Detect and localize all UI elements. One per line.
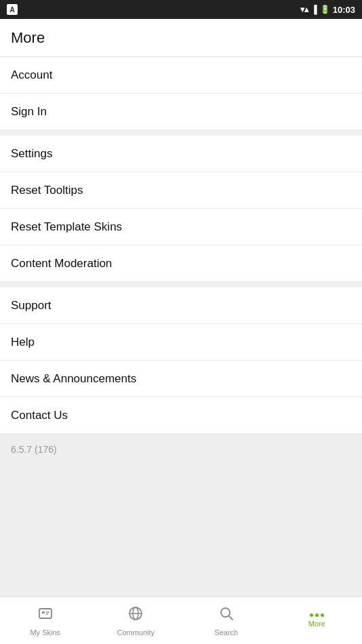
menu-item-settings[interactable]: Settings [0, 136, 362, 172]
menu-list: Account Sign In Settings Reset Tooltips … [0, 57, 362, 434]
more-label: More [308, 620, 325, 628]
content-fill [0, 525, 362, 597]
page-title-bar: More [0, 19, 362, 57]
menu-item-reset-template-skins[interactable]: Reset Template Skins [0, 209, 362, 245]
version-area: 6.5.7 (176) [0, 434, 362, 525]
community-label: Community [117, 628, 155, 637]
search-label: Search [214, 628, 238, 637]
menu-item-content-moderation[interactable]: Content Moderation [0, 245, 362, 282]
my-skins-icon [37, 605, 54, 626]
bottom-nav: My Skins Community Search More [0, 597, 362, 644]
menu-item-sign-in[interactable]: Sign In [0, 94, 362, 130]
wifi-icon: ▾▴ [300, 5, 308, 14]
svg-line-8 [228, 616, 233, 620]
more-dots-icon [310, 613, 324, 617]
signal-icon: ▐ [311, 5, 317, 14]
battery-icon: 🔋 [320, 5, 330, 14]
a-icon: A [7, 4, 18, 15]
community-icon [127, 605, 144, 626]
svg-rect-0 [39, 609, 52, 618]
status-time: 10:03 [333, 5, 355, 15]
nav-item-my-skins[interactable]: My Skins [0, 597, 91, 644]
menu-item-news-announcements[interactable]: News & Announcements [0, 361, 362, 397]
version-text: 6.5.7 (176) [11, 444, 57, 455]
nav-item-more[interactable]: More [272, 597, 363, 644]
svg-rect-1 [42, 611, 45, 613]
menu-item-reset-tooltips[interactable]: Reset Tooltips [0, 172, 362, 209]
menu-item-account[interactable]: Account [0, 57, 362, 94]
section-divider-1 [0, 130, 362, 136]
my-skins-label: My Skins [30, 628, 60, 637]
menu-item-support[interactable]: Support [0, 287, 362, 324]
status-bar-right: ▾▴ ▐ 🔋 10:03 [300, 5, 355, 15]
search-icon [218, 605, 235, 626]
page-title: More [11, 29, 45, 47]
status-bar: A ▾▴ ▐ 🔋 10:03 [0, 0, 362, 19]
nav-item-search[interactable]: Search [181, 597, 272, 644]
nav-item-community[interactable]: Community [91, 597, 182, 644]
section-divider-2 [0, 282, 362, 287]
menu-item-contact-us[interactable]: Contact Us [0, 397, 362, 434]
menu-item-help[interactable]: Help [0, 324, 362, 361]
